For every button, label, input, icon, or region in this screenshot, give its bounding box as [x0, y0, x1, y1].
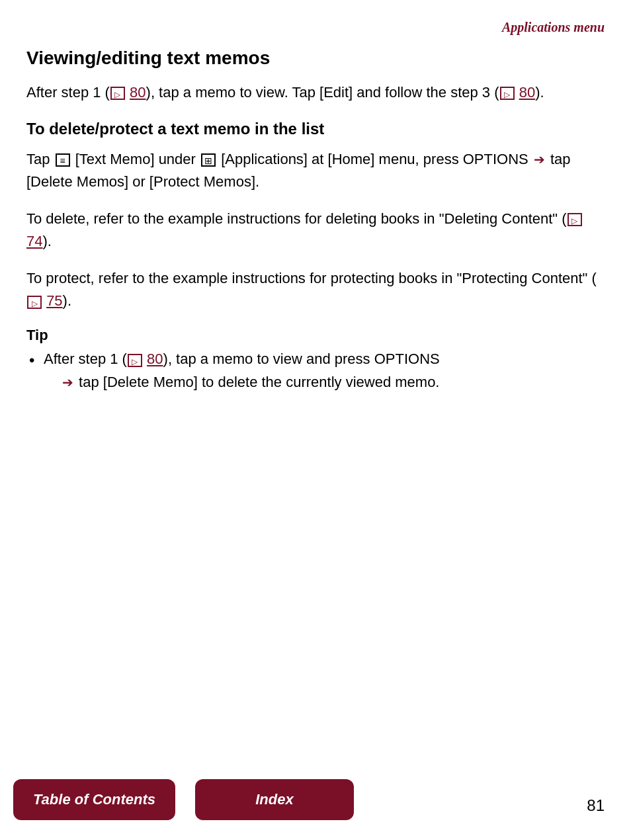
link-ref-80c[interactable]: 80 [147, 351, 163, 367]
page-container: Applications menu Viewing/editing text m… [0, 0, 631, 840]
table-of-contents-button[interactable]: Table of Contents [13, 779, 175, 820]
delete-protect-text3: To protect, refer to the example instruc… [26, 267, 605, 312]
link-ref-75[interactable]: 75 [46, 292, 62, 309]
text-memo-icon [56, 153, 70, 167]
page-number: 81 [587, 796, 605, 815]
arrow-icon-1: ➔ [534, 152, 545, 167]
bottom-nav: Table of Contents Index [0, 779, 631, 820]
delete-protect-text2: To delete, refer to the example instruct… [26, 208, 605, 253]
ref-icon-80b [500, 87, 515, 100]
main-heading: Viewing/editing text memos [26, 47, 605, 69]
link-ref-80a[interactable]: 80 [130, 84, 146, 101]
link-ref-80b[interactable]: 80 [519, 84, 535, 101]
tip-indent-text: ➔ tap [Delete Memo] to delete the curren… [44, 371, 605, 394]
ref-icon-80a [110, 87, 125, 100]
ref-icon-75 [27, 296, 42, 309]
tip-section: Tip After step 1 ( 80), tap a memo to vi… [26, 327, 605, 393]
applications-menu-label: Applications menu [502, 20, 605, 34]
header-section: Applications menu [26, 20, 605, 35]
ref-icon-74 [568, 213, 582, 226]
delete-protect-text1: Tap [Text Memo] under [Applications] at … [26, 148, 605, 193]
link-ref-74[interactable]: 74 [26, 233, 42, 249]
applications-icon [201, 153, 216, 167]
index-button[interactable]: Index [195, 779, 354, 820]
section-heading-delete-protect: To delete/protect a text memo in the lis… [26, 118, 605, 139]
tip-label: Tip [26, 327, 605, 344]
viewing-text: After step 1 ( 80), tap a memo to view. … [26, 81, 605, 104]
arrow-icon-2: ➔ [62, 375, 73, 390]
ref-icon-80c [128, 354, 142, 367]
tip-list-item: After step 1 ( 80), tap a memo to view a… [26, 348, 605, 393]
tip-list: After step 1 ( 80), tap a memo to view a… [26, 348, 605, 393]
